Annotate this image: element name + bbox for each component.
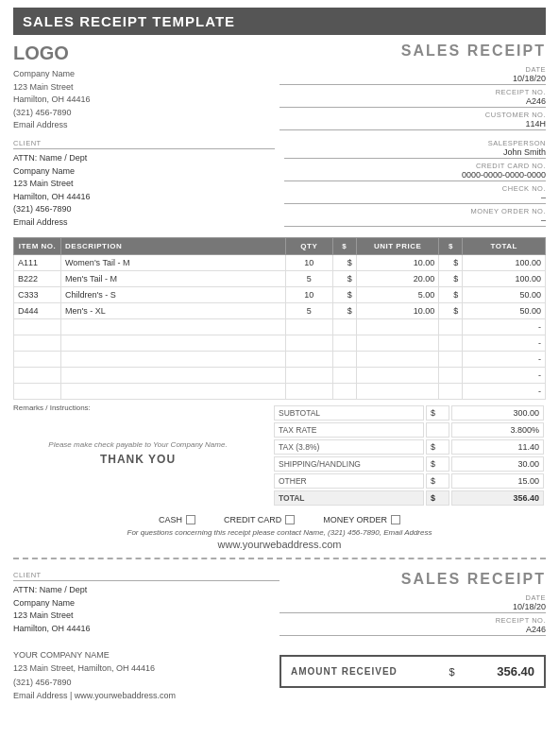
bottom-receipt-no-value: A246 <box>280 625 546 636</box>
check-no-label: CHECK NO. <box>284 184 546 193</box>
bottom-right: SALES RECEIPT DATE 10/18/20 RECEIPT NO. … <box>280 571 546 703</box>
bottom-company-name: YOUR COMPANY NAME <box>13 648 280 662</box>
other-row: OTHER $ 15.00 <box>274 473 544 489</box>
client-phone: (321) 456-7890 <box>13 203 275 216</box>
cell-dollar2-3: $ <box>439 303 463 319</box>
cell-dollar1-4 <box>332 319 356 335</box>
cell-dollar2-4 <box>439 319 463 335</box>
total-row: TOTAL $ 356.40 <box>274 490 544 506</box>
tax-rate-row: TAX RATE 3.800% <box>274 422 544 438</box>
customer-no-block: CUSTOMER NO. 114H <box>280 111 546 130</box>
credit-card-block: CREDIT CARD NO. 0000-0000-0000-0000 <box>284 162 546 181</box>
remarks-label: Remarks / Instructions: <box>13 404 263 412</box>
other-value: 15.00 <box>451 473 544 489</box>
cell-total-6: - <box>463 352 546 368</box>
money-order-value: – <box>284 215 546 227</box>
credit-card-checkbox[interactable] <box>285 515 295 524</box>
date-block: DATE 10/18/20 <box>280 65 546 85</box>
cell-dollar2-1: $ <box>439 271 463 287</box>
shipping-dollar: $ <box>426 456 449 472</box>
cell-dollar1-6 <box>332 352 356 368</box>
receipt-no-value: A246 <box>280 96 546 108</box>
totals-area: SUBTOTAL $ 300.00 TAX RATE 3.800% TAX (3… <box>272 404 546 507</box>
cell-dollar1-0: $ <box>332 255 356 271</box>
header-item: ITEM NO. <box>14 238 61 255</box>
cell-desc-3: Men's - XL <box>61 303 286 319</box>
money-order-label: MONEY ORDER NO. <box>284 207 546 215</box>
bottom-date-label: DATE <box>280 593 546 602</box>
cell-unitprice-1: 20.00 <box>356 271 439 287</box>
receipt-no-label: RECEIPT NO. <box>280 88 546 96</box>
thank-you-area: Please make check payable to Your Compan… <box>13 440 263 466</box>
cell-total-4: - <box>463 319 546 335</box>
dashed-divider <box>13 558 546 559</box>
title-bar: SALES RECEIPT TEMPLATE <box>13 8 546 35</box>
cell-unitprice-3: 10.00 <box>356 303 439 319</box>
cell-total-7: - <box>463 368 546 384</box>
cell-dollar1-8 <box>332 384 356 400</box>
totals-table: SUBTOTAL $ 300.00 TAX RATE 3.800% TAX (3… <box>272 404 546 507</box>
cell-total-2: 50.00 <box>463 287 546 303</box>
bottom-client-info: ATTN: Name / Dept Company Name 123 Main … <box>13 584 280 635</box>
client-company: Company Name <box>13 165 275 179</box>
bottom-client-label: CLIENT <box>13 571 280 581</box>
bottom-left: CLIENT ATTN: Name / Dept Company Name 12… <box>13 571 280 703</box>
client-info: ATTN: Name / Dept Company Name 123 Main … <box>13 152 275 229</box>
bottom-company-address: 123 Main Street, Hamilton, OH 44416 <box>13 662 280 675</box>
website-line: www.yourwebaddress.com <box>13 539 546 550</box>
cell-unitprice-7 <box>356 368 439 384</box>
amount-received-value: 356.40 <box>497 664 534 679</box>
cell-unitprice-0: 10.00 <box>356 255 439 271</box>
tax-row: TAX (3.8%) $ 11.40 <box>274 439 544 455</box>
cell-desc-1: Men's Tail - M <box>61 271 286 287</box>
logo-area: LOGO Company Name 123 Main Street Hamilt… <box>13 43 280 133</box>
amount-received-box: AMOUNT RECEIVED $ 356.40 <box>280 655 546 688</box>
bottom-area: Remarks / Instructions: Please make chec… <box>13 404 546 507</box>
tax-label: TAX (3.8%) <box>274 439 424 455</box>
receipt-header-right: SALES RECEIPT DATE 10/18/20 RECEIPT NO. … <box>280 43 546 133</box>
cell-qty-7 <box>285 368 332 384</box>
header-total: TOTAL <box>463 238 546 255</box>
bottom-receipt: CLIENT ATTN: Name / Dept Company Name 12… <box>13 567 546 707</box>
money-order-checkbox[interactable] <box>391 515 400 524</box>
cell-unitprice-8 <box>356 384 439 400</box>
table-row: D444 Men's - XL 5 $ 10.00 $ 50.00 <box>14 303 546 319</box>
total-value: 356.40 <box>451 490 544 506</box>
cell-desc-5 <box>61 335 286 352</box>
cell-qty-2: 10 <box>285 287 332 303</box>
company-street: 123 Main Street <box>13 81 280 94</box>
sales-receipt-label: SALES RECEIPT <box>280 43 546 60</box>
top-section: LOGO Company Name 123 Main Street Hamilt… <box>13 43 546 133</box>
items-table: ITEM NO. DESCRIPTION QTY $ UNIT PRICE $ … <box>13 237 546 400</box>
cell-dollar1-1: $ <box>332 271 356 287</box>
cell-item-3: D444 <box>14 303 61 319</box>
cell-dollar1-2: $ <box>332 287 356 303</box>
bottom-date-block: DATE 10/18/20 <box>280 593 546 613</box>
cell-dollar2-2: $ <box>439 287 463 303</box>
check-no-block: CHECK NO. – <box>284 184 546 204</box>
company-phone: (321) 456-7890 <box>13 107 280 120</box>
cell-unitprice-2: 5.00 <box>356 287 439 303</box>
cash-checkbox[interactable] <box>186 515 195 524</box>
cell-item-1: B222 <box>14 271 61 287</box>
cell-item-7 <box>14 368 61 384</box>
money-order-block: MONEY ORDER NO. – <box>284 207 546 227</box>
cell-qty-5 <box>285 335 332 352</box>
bottom-client-company: Company Name <box>13 597 280 610</box>
company-info: Company Name 123 Main Street Hamilton, O… <box>13 68 280 132</box>
header-dollar1: $ <box>332 238 356 255</box>
cell-desc-2: Children's - S <box>61 287 286 303</box>
client-email: Email Address <box>13 216 275 230</box>
payable-text: Please make check payable to Your Compan… <box>13 440 263 449</box>
cell-total-5: - <box>463 335 546 352</box>
shipping-label: SHIPPING/HANDLING <box>274 456 424 472</box>
cell-dollar2-0: $ <box>439 255 463 271</box>
title-text: SALES RECEIPT TEMPLATE <box>23 13 235 29</box>
payment-money-order: MONEY ORDER <box>323 515 400 524</box>
cell-item-8 <box>14 384 61 400</box>
table-row: C333 Children's - S 10 $ 5.00 $ 50.00 <box>14 287 546 303</box>
salesperson-section: SALESPERSON John Smith CREDIT CARD NO. 0… <box>284 139 546 230</box>
credit-card-label: CREDIT CARD NO. <box>284 162 546 170</box>
money-order-payment-label: MONEY ORDER <box>323 515 387 524</box>
client-attn: ATTN: Name / Dept <box>13 152 275 165</box>
